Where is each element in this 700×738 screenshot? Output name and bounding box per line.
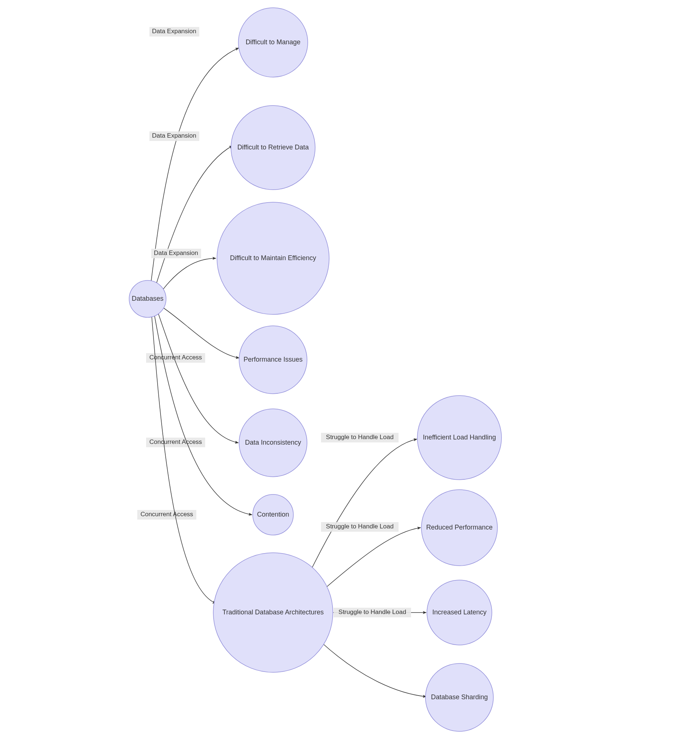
node-label: Database Sharding [431, 693, 488, 701]
node-db-sharding: Database Sharding [425, 663, 493, 731]
edge-label: Struggle to Handle Load [338, 609, 406, 616]
node-label: Reduced Performance [426, 523, 493, 531]
node-label: Difficult to Maintain Efficiency [230, 254, 316, 262]
node-label: Data Inconsistency [245, 439, 301, 446]
node-label: Difficult to Manage [246, 38, 301, 46]
edge-traditional-increased-latency: Struggle to Handle Load [333, 608, 426, 617]
node-contention: Contention [253, 494, 293, 535]
node-increased-latency: Increased Latency [427, 580, 492, 645]
edge-label: Concurrent Access [150, 354, 202, 361]
edge-traditional-db-sharding [321, 642, 426, 697]
node-label: Traditional Database Architectures [222, 609, 324, 616]
edge-label: Struggle to Handle Load [326, 434, 393, 441]
node-label: Difficult to Retrieve Data [237, 144, 309, 151]
node-label: Increased Latency [432, 609, 486, 616]
edge-traditional-inefficient-load: Struggle to Handle Load [312, 433, 417, 568]
edge-traditional-reduced-perf: Struggle to Handle Load [321, 522, 421, 588]
edge-label: Data Expansion [152, 132, 196, 139]
node-traditional-arch: Traditional Database Architectures [213, 553, 333, 672]
node-performance-issues: Performance Issues [239, 326, 307, 394]
edge-label: Data Expansion [152, 28, 196, 35]
node-inefficient-load: Inefficient Load Handling [417, 395, 501, 480]
edge-label: Concurrent Access [150, 438, 202, 445]
edge-label: Concurrent Access [141, 511, 193, 518]
node-label: Databases [132, 295, 163, 302]
edge-databases-performance-issues: Concurrent Access [146, 305, 239, 363]
edge-databases-contention: Concurrent Access [137, 310, 252, 520]
edge-label: Data Expansion [154, 250, 198, 256]
node-difficult-manage: Difficult to Manage [238, 8, 308, 77]
edge-label: Struggle to Handle Load [326, 523, 393, 530]
node-reduced-perf: Reduced Performance [421, 490, 497, 566]
node-difficult-retrieve: Difficult to Retrieve Data [231, 106, 315, 190]
node-data-inconsistency: Data Inconsistency [239, 409, 307, 477]
node-databases: Databases [129, 281, 166, 318]
node-label: Performance Issues [244, 356, 303, 363]
edge-databases-data-inconsistency: Concurrent Access [146, 308, 238, 447]
node-label: Inefficient Load Handling [423, 434, 496, 441]
diagram-canvas: Data Expansion Data Expansion Data Expan… [0, 0, 700, 738]
node-label: Contention [257, 511, 289, 518]
node-difficult-efficiency: Difficult to Maintain Efficiency [217, 202, 329, 315]
